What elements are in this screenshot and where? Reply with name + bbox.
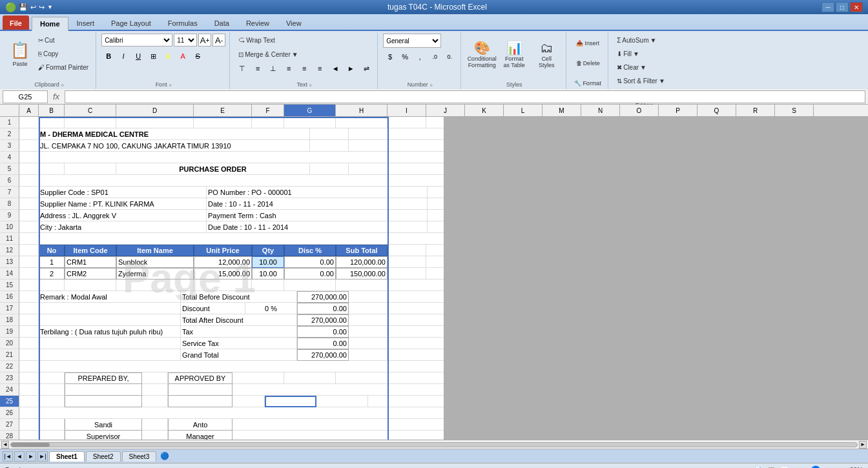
qa-save[interactable]: 💾 xyxy=(19,3,28,12)
cell-D24[interactable] xyxy=(142,384,168,396)
cell-B21[interactable] xyxy=(39,349,181,361)
cell-A16[interactable] xyxy=(19,291,39,303)
cell-I7[interactable] xyxy=(389,187,428,198)
cell-I20[interactable] xyxy=(349,338,388,349)
number-format-select[interactable]: General xyxy=(383,34,441,48)
cell-reference-input[interactable]: G25 xyxy=(3,90,48,103)
cell-A8[interactable] xyxy=(19,198,39,210)
col-header-Q[interactable]: Q xyxy=(698,105,736,116)
cell-A11[interactable] xyxy=(19,233,39,245)
col-header-B[interactable]: B xyxy=(39,105,65,116)
align-bottom-button[interactable]: ⊥ xyxy=(266,62,280,75)
cell-A6[interactable] xyxy=(19,175,39,187)
clear-button[interactable]: ✖ Clear ▼ xyxy=(614,61,675,74)
cell-H23[interactable] xyxy=(284,372,336,384)
cell-C5[interactable] xyxy=(65,163,116,175)
copy-button[interactable]: ⎘ Copy xyxy=(35,47,92,60)
cell-C25[interactable] xyxy=(65,396,142,407)
cell-A15[interactable] xyxy=(19,280,39,291)
underline-button[interactable]: U xyxy=(131,50,145,63)
row-num-4[interactable]: 4 xyxy=(0,152,19,163)
row-num-22[interactable]: 22 xyxy=(0,361,19,372)
cell-C12[interactable]: Item Code xyxy=(65,245,116,256)
row-num-2[interactable]: 2 xyxy=(0,128,19,140)
cell-A17[interactable] xyxy=(19,303,39,314)
col-header-C[interactable]: C xyxy=(65,105,116,116)
comma-button[interactable]: , xyxy=(413,50,427,63)
cell-A12[interactable] xyxy=(19,245,39,256)
align-center-button[interactable]: ≡ xyxy=(297,62,311,75)
tab-pagelayout[interactable]: Page Layout xyxy=(103,15,160,30)
cell-E25[interactable] xyxy=(168,396,232,407)
cell-E20[interactable]: Service Tax xyxy=(181,338,297,349)
row-num-17[interactable]: 17 xyxy=(0,303,19,314)
cell-B11[interactable] xyxy=(39,233,389,245)
row-num-3[interactable]: 3 xyxy=(0,140,19,152)
indent-increase-button[interactable]: ► xyxy=(344,62,358,75)
row-num-12[interactable]: 12 xyxy=(0,245,19,256)
cell-H25[interactable] xyxy=(316,396,368,407)
scroll-left-btn[interactable]: ◄ xyxy=(1,441,9,449)
cell-D13[interactable]: Sunblock xyxy=(116,256,194,268)
cell-B24[interactable] xyxy=(39,384,65,396)
cell-A23[interactable] xyxy=(19,372,39,384)
cell-F25[interactable] xyxy=(232,396,265,407)
merge-dropdown-icon[interactable]: ▼ xyxy=(292,51,298,58)
cell-B19[interactable]: Terbilang : ( Dua ratus tujuh puluh ribu… xyxy=(39,326,181,338)
cell-E8[interactable]: Date : 10 - 11 - 2014 xyxy=(207,198,389,210)
cell-E17[interactable]: Discount xyxy=(181,303,245,314)
cell-E12[interactable]: Unit Price xyxy=(194,245,252,256)
format-table-button[interactable]: 📊 Format as Table xyxy=(499,34,530,75)
cell-E21[interactable]: Grand Total xyxy=(181,349,297,361)
cell-E10[interactable]: Due Date : 10 - 11 - 2014 xyxy=(207,221,389,233)
cell-A21[interactable] xyxy=(19,349,39,361)
cell-B15[interactable] xyxy=(39,280,65,291)
cell-G25[interactable] xyxy=(265,396,316,407)
tab-home[interactable]: Home xyxy=(32,17,68,31)
sort-filter-button[interactable]: ⇅ Sort & Filter ▼ xyxy=(614,74,675,87)
cell-I17[interactable] xyxy=(349,303,388,314)
cell-E24[interactable] xyxy=(168,384,232,396)
tab-review[interactable]: Review xyxy=(238,15,278,30)
clear-dropdown-icon[interactable]: ▼ xyxy=(640,64,646,71)
cell-D27[interactable] xyxy=(142,419,168,431)
cell-I16[interactable] xyxy=(349,291,388,303)
row-num-24[interactable]: 24 xyxy=(0,384,19,396)
row-num-28[interactable]: 28 xyxy=(0,431,19,440)
cell-A18[interactable] xyxy=(19,314,39,326)
percent-button[interactable]: % xyxy=(398,50,412,63)
cell-E23[interactable]: APPROVED BY xyxy=(168,372,232,384)
tab-file[interactable]: File xyxy=(3,15,29,30)
row-num-13[interactable]: 13 xyxy=(0,256,19,268)
row-num-1[interactable]: 1 xyxy=(0,117,19,128)
align-middle-button[interactable]: ≡ xyxy=(251,62,265,75)
alignment-expand-icon[interactable]: ⬦ xyxy=(309,81,312,88)
row-num-25[interactable]: 25 xyxy=(0,396,19,407)
cell-E9[interactable]: Payment Term : Cash xyxy=(207,210,389,221)
row-num-21[interactable]: 21 xyxy=(0,349,19,361)
cell-B10[interactable]: City : Jakarta xyxy=(39,221,207,233)
cell-I18[interactable] xyxy=(349,314,388,326)
cell-E16[interactable]: Total Before Discount xyxy=(181,291,297,303)
cell-B8[interactable]: Supplier Name : PT. KLINIK FARMA xyxy=(39,198,207,210)
cell-D28[interactable] xyxy=(142,431,168,440)
autosum-button[interactable]: Σ AutoSum ▼ xyxy=(614,34,675,46)
col-header-E[interactable]: E xyxy=(194,105,252,116)
cell-B20[interactable] xyxy=(39,338,181,349)
cell-H1[interactable] xyxy=(336,117,388,128)
format-painter-button[interactable]: 🖌 Format Painter xyxy=(35,61,92,74)
cell-B3[interactable]: JL. CEMPAKA 7 NO 100, CAKUNG JAKARTA TIM… xyxy=(39,140,310,152)
number-expand-icon[interactable]: ⬦ xyxy=(429,81,433,88)
align-top-button[interactable]: ⊤ xyxy=(235,62,249,75)
cell-H12[interactable]: Sub Total xyxy=(336,245,388,256)
cell-B26[interactable] xyxy=(39,407,389,419)
qa-dropdown[interactable]: ▼ xyxy=(47,4,53,10)
cell-H21[interactable]: 270,000.00 xyxy=(297,349,349,361)
cell-F12[interactable]: Qty xyxy=(252,245,284,256)
bold-button[interactable]: B xyxy=(101,50,116,63)
cell-B4[interactable] xyxy=(39,152,389,163)
row-num-11[interactable]: 11 xyxy=(0,233,19,245)
tab-data[interactable]: Data xyxy=(206,15,238,30)
scroll-bar-track[interactable] xyxy=(10,442,858,447)
cell-G23[interactable] xyxy=(232,372,284,384)
